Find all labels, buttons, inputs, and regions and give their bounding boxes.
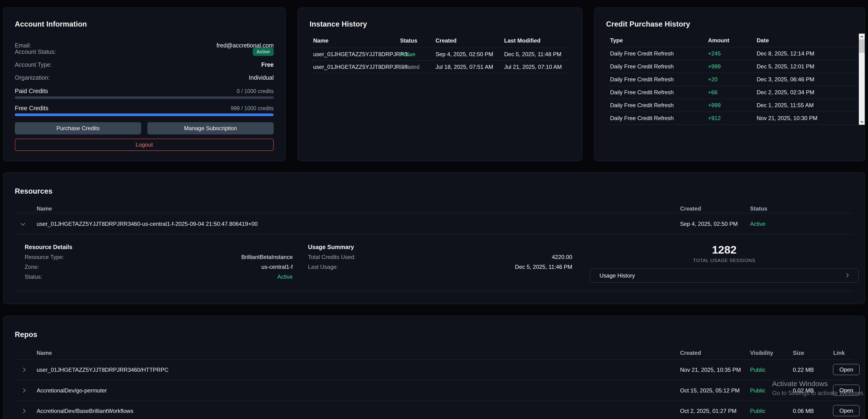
repo-visibility: Public	[750, 408, 765, 414]
scrollbar-down-arrow-icon[interactable]	[859, 119, 865, 125]
purchase-table-header: Type Amount Date	[606, 34, 859, 47]
instance-history-table: Name Status Created Last Modified user_0…	[310, 34, 570, 73]
last-usage-value: Dec 5, 2025, 11:46 PM	[515, 264, 572, 270]
credit-purchase-history-panel: Credit Purchase History Type Amount Date…	[594, 7, 865, 161]
purchase-credits-button[interactable]: Purchase Credits	[15, 122, 141, 134]
total-usage-sessions-label: TOTAL USAGE SESSIONS	[590, 258, 859, 263]
purchase-row: Daily Free Credit Refresh +912 Nov 21, 2…	[606, 112, 859, 125]
paid-credits-count: 0 / 1000 credits	[237, 88, 274, 94]
resource-name: user_01JHGETAZZ5YJJT8DRPJRR3460-us-centr…	[37, 221, 258, 227]
col-name: Name	[37, 350, 52, 356]
purchase-amount: +912	[708, 115, 757, 121]
resources-title: Resources	[15, 187, 52, 196]
purchase-row: Daily Free Credit Refresh +20 Dec 3, 202…	[606, 73, 859, 86]
credit-purchase-table-scrollarea: Type Amount Date Daily Free Credit Refre…	[606, 34, 865, 125]
organization-label: Organization:	[15, 74, 50, 81]
purchase-type: Daily Free Credit Refresh	[606, 50, 708, 57]
instance-name: user_01JHGETAZZ5YJJT8DRPJRR3...	[310, 51, 400, 58]
instance-status: Active	[400, 51, 436, 58]
purchase-amount: +245	[708, 50, 757, 57]
chevron-right-icon[interactable]	[21, 388, 25, 392]
purchase-amount: +66	[708, 89, 757, 96]
instance-name: user_01JHGETAZZ5YJJT8DRPJRR3...	[310, 64, 400, 70]
resource-status: Active	[750, 221, 765, 227]
purchase-amount: +999	[708, 63, 757, 70]
col-link: Link	[833, 350, 845, 356]
account-type-label: Account Type:	[15, 61, 52, 68]
col-name: Name	[310, 37, 400, 44]
col-status: Status	[750, 205, 767, 212]
purchase-date: Dec 3, 2025, 06:46 PM	[757, 76, 859, 83]
credit-purchase-table: Type Amount Date Daily Free Credit Refre…	[606, 34, 859, 125]
last-usage-row: Last Usage: Dec 5, 2025, 11:46 PM	[308, 264, 572, 270]
vertical-scrollbar[interactable]	[859, 34, 865, 125]
zone-row: Zone: us-central1-f	[25, 264, 293, 270]
open-repo-button[interactable]: Open	[833, 364, 860, 375]
free-credits-progressbar	[15, 114, 274, 116]
free-credits-progress-fill	[15, 114, 273, 116]
manage-subscription-button[interactable]: Manage Subscription	[147, 122, 274, 134]
repos-panel: Repos Name Created Visibility Size Link …	[3, 316, 865, 419]
col-visibility: Visibility	[750, 350, 773, 356]
instance-table-header: Name Status Created Last Modified	[310, 34, 570, 48]
instance-created: Sep 4, 2025, 02:50 PM	[436, 51, 504, 58]
account-dashboard-page: Account Information Email: fred@accretio…	[0, 0, 868, 419]
col-status: Status	[400, 37, 436, 44]
col-date: Date	[757, 37, 859, 44]
logout-button[interactable]: Logout	[15, 139, 274, 151]
status-value: Active	[277, 273, 293, 280]
paid-credits-label: Paid Credits	[15, 87, 48, 95]
chevron-right-icon[interactable]	[21, 409, 25, 413]
instance-row: user_01JHGETAZZ5YJJT8DRPJRR3... Deleted …	[310, 61, 570, 73]
total-credits-used-row: Total Credits Used: 4220.00	[308, 254, 572, 260]
purchase-row: Daily Free Credit Refresh +999 Dec 5, 20…	[606, 60, 859, 73]
repo-name: AccretionalDev/go-permuter	[37, 387, 107, 394]
repo-size: 0.22 MB	[793, 367, 814, 373]
repo-created: Nov 21, 2025, 10:35 PM	[680, 367, 741, 373]
purchase-date: Dec 1, 2025, 11:55 AM	[757, 102, 859, 109]
purchase-date: Dec 2, 2025, 02:34 PM	[757, 89, 859, 96]
repo-created: Oct 15, 2025, 05:12 PM	[680, 387, 740, 394]
status-label: Status:	[25, 273, 42, 280]
credit-purchase-history-title: Credit Purchase History	[606, 20, 690, 28]
total-credits-used-value: 4220.00	[552, 254, 572, 260]
col-size: Size	[793, 350, 804, 356]
col-amount: Amount	[708, 37, 757, 44]
repo-row[interactable]: user_01JHGETAZZ5YJJT8DRPJRR3460/HTTPRPC …	[3, 359, 865, 380]
repo-row[interactable]: AccretionalDev/BaseBrilliantWorkflows Oc…	[3, 400, 865, 419]
usage-history-button[interactable]: Usage History	[590, 268, 859, 283]
scrollbar-up-arrow-icon[interactable]	[859, 34, 865, 39]
purchase-row: Daily Free Credit Refresh +66 Dec 2, 202…	[606, 86, 859, 99]
chevron-right-icon	[844, 273, 848, 277]
open-repo-button[interactable]: Open	[833, 405, 860, 416]
account-information-title: Account Information	[15, 20, 87, 28]
col-created: Created	[680, 205, 701, 212]
repo-created: Oct 2, 2025, 01:27 PM	[680, 408, 737, 414]
account-type-row: Account Type: Free	[15, 61, 274, 68]
usage-summary-heading: Usage Summary	[308, 244, 354, 250]
col-created: Created	[680, 350, 701, 356]
purchase-amount: +20	[708, 76, 757, 83]
repo-visibility: Public	[750, 387, 765, 394]
status-row: Status: Active	[25, 273, 293, 280]
purchase-row: Daily Free Credit Refresh +245 Dec 8, 20…	[606, 47, 859, 60]
open-repo-button[interactable]: Open	[833, 385, 860, 396]
instance-modified: Dec 5, 2025, 11:48 PM	[504, 51, 570, 58]
resource-type-row: Resource Type: BrilliantBetaInstance	[25, 254, 293, 260]
chevron-right-icon[interactable]	[21, 367, 25, 372]
free-credits-count: 999 / 1000 credits	[231, 105, 274, 112]
purchase-type: Daily Free Credit Refresh	[606, 63, 708, 70]
col-last-modified: Last Modified	[504, 37, 570, 44]
repo-row[interactable]: AccretionalDev/go-permuter Oct 15, 2025,…	[3, 380, 865, 400]
col-type: Type	[606, 37, 708, 44]
scrollbar-thumb[interactable]	[859, 39, 865, 53]
purchase-amount: +999	[708, 102, 757, 109]
chevron-down-icon[interactable]	[21, 221, 25, 226]
instance-row: user_01JHGETAZZ5YJJT8DRPJRR3... Active S…	[310, 48, 570, 61]
resource-type-value: BrilliantBetaInstance	[241, 254, 293, 260]
total-usage-sessions-value: 1282	[590, 243, 859, 256]
zone-label: Zone:	[25, 264, 39, 270]
account-status-row: Account Status: Active	[15, 47, 274, 57]
instance-created: Jul 18, 2025, 07:51 AM	[436, 64, 504, 70]
resource-type-label: Resource Type:	[25, 254, 64, 260]
